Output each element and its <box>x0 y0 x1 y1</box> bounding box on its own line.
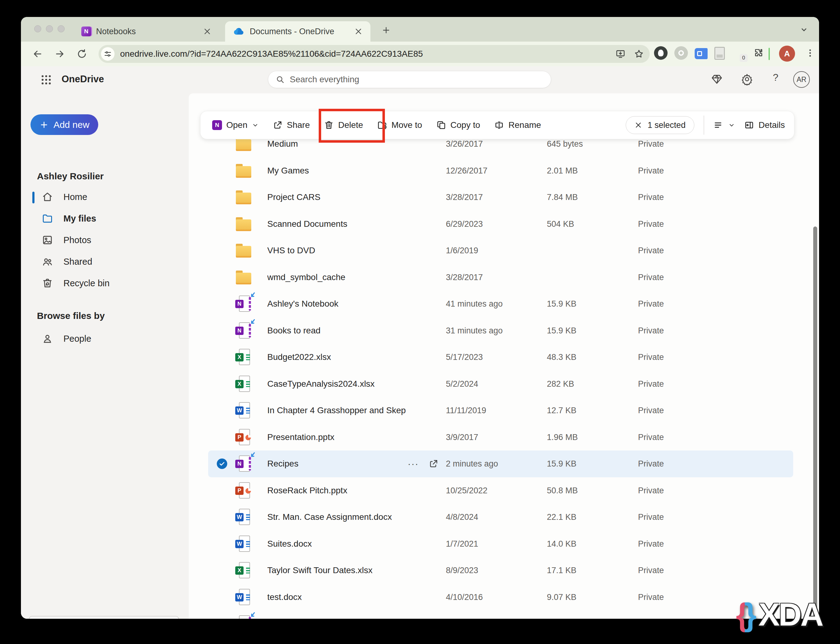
move-to-button[interactable]: Move to <box>377 120 422 130</box>
xda-watermark: { } XDA <box>736 598 822 631</box>
file-row[interactable]: N Ashley's Notebook 41 minutes ago 15.9 … <box>208 291 793 317</box>
sidebar-item-label: Home <box>64 192 87 202</box>
file-name[interactable]: RoseRack Pitch.pptx <box>267 486 347 496</box>
file-row[interactable]: W In Chapter 4 Grasshopper and Skepticus… <box>208 397 793 424</box>
file-row[interactable]: W test.docx 4/10/2016 9.07 KB Private <box>208 584 793 611</box>
clear-selection-button[interactable]: 1 selected <box>625 116 694 134</box>
zoom-window-button[interactable] <box>57 25 65 32</box>
file-name[interactable]: Suites.docx <box>267 539 312 549</box>
sidebar-item-my-files[interactable]: My files <box>33 209 175 228</box>
more-actions-icon[interactable]: ··· <box>408 458 419 469</box>
extensions-puzzle-icon[interactable] <box>753 48 764 59</box>
file-name[interactable]: Ashley's Notebook <box>267 299 338 309</box>
file-name[interactable]: Medium <box>267 139 298 149</box>
sidebar-item-shared[interactable]: Shared <box>33 252 175 271</box>
back-icon[interactable] <box>32 48 43 59</box>
extension-icon[interactable] <box>654 46 668 60</box>
tab-search-chevron-icon[interactable] <box>799 25 809 34</box>
extension-icon[interactable]: 0 <box>732 46 746 60</box>
add-new-button[interactable]: Add new <box>31 114 98 135</box>
details-button[interactable]: Details <box>744 120 785 130</box>
file-row[interactable]: Project CARS 3/28/2017 7.84 MB Private <box>208 184 793 211</box>
file-row[interactable]: VHS to DVD 1/6/2019 Private <box>208 237 793 264</box>
file-name[interactable]: Books to read <box>267 326 321 335</box>
sidebar-item-home[interactable]: Home <box>33 187 175 207</box>
search-input[interactable]: Search everything <box>268 71 551 88</box>
file-row[interactable]: wmd_symbol_cache 3/28/2017 Private <box>208 264 793 291</box>
browser-menu-icon[interactable] <box>805 48 815 58</box>
file-row[interactable]: N <box>208 610 793 619</box>
site-settings-icon[interactable] <box>101 47 115 61</box>
premium-diamond-icon[interactable] <box>711 73 723 85</box>
file-row[interactable]: X Budget2022.xlsx 5/17/2023 48.3 KB Priv… <box>208 344 793 371</box>
file-sharing-status: Private <box>638 379 664 389</box>
forward-icon[interactable] <box>54 48 65 59</box>
file-row[interactable]: N Recipes ··· 2 minutes ago 15.9 KB Priv… <box>208 450 793 477</box>
minimize-window-button[interactable] <box>46 25 53 32</box>
file-row[interactable]: P RoseRack Pitch.pptx 10/25/2022 50.8 MB… <box>208 477 793 504</box>
extension-icon[interactable] <box>714 47 725 60</box>
extension-icon[interactable] <box>675 46 688 60</box>
file-name[interactable]: VHS to DVD <box>267 246 315 255</box>
file-row[interactable]: Scanned Documents 6/29/2023 504 KB Priva… <box>208 211 793 238</box>
file-row[interactable]: X Taylor Swift Tour Dates.xlsx 8/9/2023 … <box>208 557 793 584</box>
word-file-icon: W <box>235 535 252 553</box>
file-name[interactable]: My Games <box>267 166 309 176</box>
file-row[interactable]: X CaseTypeAnalysis2024.xlsx 5/2/2024 282… <box>208 371 793 398</box>
reload-icon[interactable] <box>76 48 87 59</box>
app-title[interactable]: OneDrive <box>62 74 104 85</box>
close-tab-icon[interactable] <box>354 28 362 35</box>
sidebar-item-recycle-bin[interactable]: Recycle bin <box>33 274 175 293</box>
url-text[interactable]: onedrive.live.com/?id=724AA622C913AE85%2… <box>120 49 615 59</box>
premium-onedrive-button[interactable]: Premium OneDrive <box>29 616 179 619</box>
browser-profile-avatar[interactable]: A <box>779 46 795 62</box>
settings-gear-icon[interactable] <box>741 73 753 85</box>
extension-icon[interactable] <box>695 48 707 59</box>
close-icon <box>635 122 642 129</box>
file-row[interactable]: P Presentation.pptx 3/9/2017 1.96 MB Pri… <box>208 424 793 451</box>
delete-button[interactable]: Delete <box>324 120 363 130</box>
file-name[interactable]: Recipes <box>267 459 298 469</box>
selected-check-icon[interactable] <box>217 458 227 469</box>
file-name[interactable]: Scanned Documents <box>267 219 347 229</box>
address-bar[interactable]: onedrive.live.com/?id=724AA622C913AE85%2… <box>98 45 650 63</box>
app-launcher-icon[interactable] <box>40 74 52 86</box>
scrollbar-thumb[interactable] <box>813 227 817 619</box>
file-sharing-status: Private <box>638 192 664 202</box>
onenote-icon: N <box>81 26 91 36</box>
file-name[interactable]: test.docx <box>267 592 302 602</box>
close-window-button[interactable] <box>34 25 41 32</box>
file-row[interactable]: N Books to read 31 minutes ago 15.9 KB P… <box>208 317 793 344</box>
bookmark-star-icon[interactable] <box>634 49 644 59</box>
file-sharing-status: Private <box>638 513 664 522</box>
help-icon[interactable]: ? <box>773 72 778 83</box>
file-name[interactable]: Taylor Swift Tour Dates.xlsx <box>267 565 373 575</box>
view-options-button[interactable] <box>714 120 735 130</box>
rename-button[interactable]: Rename <box>494 120 541 130</box>
tab-notebooks[interactable]: N Notebooks <box>74 21 219 42</box>
share-row-icon[interactable] <box>429 459 439 469</box>
file-name[interactable]: CaseTypeAnalysis2024.xlsx <box>267 379 375 389</box>
copy-to-button[interactable]: Copy to <box>436 120 480 130</box>
sidebar-item-photos[interactable]: Photos <box>33 230 175 250</box>
file-sharing-status: Private <box>638 273 664 282</box>
file-name[interactable]: In Chapter 4 Grasshopper and Skepticus f… <box>267 406 406 416</box>
share-button[interactable]: Share <box>273 120 310 130</box>
file-row[interactable]: W Str. Man. Case Assignment.docx 4/8/202… <box>208 504 793 531</box>
file-row[interactable]: My Games 12/26/2017 2.01 MB Private <box>208 158 793 184</box>
file-name[interactable]: Str. Man. Case Assignment.docx <box>267 512 392 522</box>
new-tab-button[interactable] <box>382 26 391 35</box>
account-avatar[interactable]: AR <box>793 71 810 88</box>
open-button[interactable]: N Open <box>212 120 259 130</box>
file-name[interactable]: Project CARS <box>267 192 321 202</box>
file-size: 7.84 MB <box>547 192 627 202</box>
file-name[interactable]: wmd_symbol_cache <box>267 273 345 282</box>
owner-name: Ashley Rosilier <box>37 171 104 181</box>
file-name[interactable]: Budget2022.xlsx <box>267 352 331 362</box>
tab-documents-onedrive[interactable]: Documents - OneDrive <box>225 21 370 42</box>
file-name[interactable]: Presentation.pptx <box>267 432 334 442</box>
file-row[interactable]: W Suites.docx 1/7/2021 14.0 KB Private <box>208 531 793 557</box>
close-tab-icon[interactable] <box>203 28 211 35</box>
sidebar-item-people[interactable]: People <box>33 329 175 348</box>
install-app-icon[interactable] <box>615 49 625 59</box>
